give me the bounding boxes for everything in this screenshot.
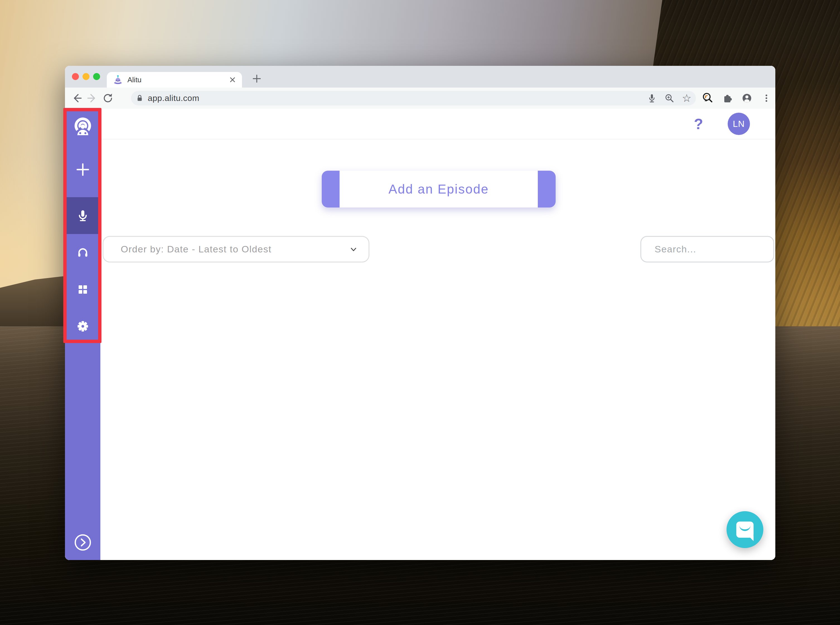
sidebar-expand-button[interactable] (65, 524, 100, 560)
smile-icon (739, 525, 750, 531)
browser-window: Alitu (65, 66, 775, 560)
desktop: Alitu (0, 0, 840, 625)
close-window-button[interactable] (72, 73, 79, 80)
tab-title: Alitu (127, 76, 229, 84)
bookmark-star-icon[interactable]: ☆ (682, 93, 691, 103)
chevron-right-icon (74, 533, 92, 551)
chevron-down-icon (349, 246, 357, 253)
voice-search-mic-icon[interactable] (647, 93, 657, 103)
address-bar[interactable]: app.alitu.com ☆ (131, 91, 696, 106)
lock-icon (135, 94, 144, 103)
reload-button[interactable] (100, 90, 116, 106)
extensions-puzzle-icon[interactable] (721, 92, 733, 104)
browser-tab[interactable]: Alitu (107, 72, 242, 87)
omnibox-actions: ☆ (647, 93, 691, 103)
browser-toolbar: app.alitu.com ☆ (65, 87, 775, 109)
add-episode-button[interactable]: Add an Episode (322, 171, 556, 207)
order-by-value: Order by: Date - Latest to Oldest (121, 244, 349, 255)
app-header: ? LN (100, 109, 775, 140)
add-episode-label: Add an Episode (389, 182, 489, 197)
back-icon (71, 92, 82, 104)
tab-strip: Alitu (65, 66, 775, 87)
forward-button[interactable] (84, 90, 100, 106)
forward-icon (87, 92, 98, 104)
plus-icon (252, 74, 262, 84)
help-button[interactable]: ? (694, 115, 703, 132)
reload-icon (102, 92, 114, 104)
user-avatar[interactable]: LN (728, 113, 750, 135)
order-by-select[interactable]: Order by: Date - Latest to Oldest (102, 236, 370, 263)
search-box (640, 236, 774, 263)
search-input[interactable] (655, 244, 775, 255)
minimize-window-button[interactable] (82, 73, 90, 80)
close-tab-icon[interactable] (229, 76, 236, 83)
add-episode-button-inner: Add an Episode (340, 171, 538, 207)
window-controls (72, 73, 100, 80)
intercom-chat-button[interactable] (727, 511, 763, 548)
url-text: app.alitu.com (148, 93, 647, 103)
back-button[interactable] (69, 90, 84, 106)
intercom-messenger-icon (736, 522, 753, 538)
kebab-menu-icon[interactable] (760, 92, 773, 104)
zoom-window-button[interactable] (93, 73, 100, 80)
alitu-favicon-icon (113, 75, 123, 84)
profile-icon[interactable] (741, 92, 753, 104)
alitu-app: ? LN Add an Episode Order by: Date - Lat… (65, 109, 775, 560)
new-tab-button[interactable] (249, 71, 265, 87)
annotation-highlight-rectangle (63, 108, 101, 343)
podcast-extension-icon[interactable] (702, 92, 714, 104)
toolbar-right (702, 89, 773, 107)
zoom-in-icon[interactable] (664, 93, 675, 103)
